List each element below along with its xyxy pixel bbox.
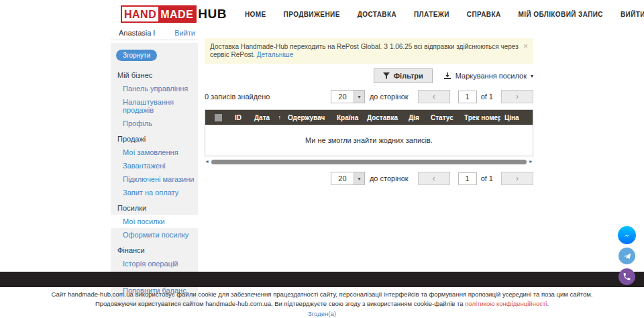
logout-link[interactable]: Вийти [174, 29, 195, 37]
sidebar-item-connected-shops[interactable]: Підключені магазини [111, 172, 198, 186]
top-header: HANDMADE HUB HOME ПРОДВИЖЕНИЕ ДОСТАВКА П… [0, 0, 644, 28]
next-page-button[interactable]: › [501, 90, 533, 103]
banner-details-link[interactable]: Детальніше [257, 51, 293, 58]
main-nav: HOME ПРОДВИЖЕНИЕ ДОСТАВКА ПЛАТЕЖИ СПРАВК… [245, 0, 644, 28]
prev-page-button[interactable]: ‹ [418, 90, 450, 103]
col-track-number[interactable]: Трек номер [460, 114, 500, 121]
sidebar-panel: Згорнути Мій бізнес Панель управління На… [111, 43, 198, 307]
sidebar-section-parcels: Посилки [111, 199, 198, 215]
filters-button[interactable]: Фільтри [374, 68, 433, 83]
scrollbar-thumb[interactable] [211, 160, 527, 164]
close-icon[interactable]: × [523, 42, 528, 51]
scroll-right-icon[interactable]: ► [529, 159, 533, 164]
pagination-bottom: 20 ▼ до сторінок ‹ of 1 › [331, 172, 533, 185]
sidebar-item-payment-request[interactable]: Запит на оплату [111, 186, 198, 199]
per-page-label: до сторінок [370, 174, 409, 182]
collapse-button[interactable]: Згорнути [116, 50, 157, 61]
select-all-cell [205, 114, 231, 121]
col-status[interactable]: Статус [427, 114, 460, 121]
nav-promotion[interactable]: ПРОДВИЖЕНИЕ [284, 11, 340, 18]
select-all-checkbox[interactable] [215, 114, 222, 121]
footer: Сайт handmade-hub.com.ua використовує фа… [0, 290, 644, 318]
download-icon [443, 72, 451, 80]
records-row: 0 записів знайдено 20 ▼ до сторінок ‹ of… [205, 89, 533, 104]
messenger-icon[interactable] [618, 226, 636, 244]
nav-help[interactable]: СПРАВКА [467, 11, 501, 18]
sidebar-section-sales: Продажі [111, 130, 198, 146]
sidebar-item-dashboard[interactable]: Панель управління [111, 82, 198, 95]
floating-social-icons [618, 226, 637, 285]
col-action[interactable]: Дія [405, 114, 427, 121]
per-page-caret-button[interactable]: ▼ [354, 90, 365, 103]
viber-icon[interactable] [619, 268, 635, 285]
nav-delivery[interactable]: ДОСТАВКА [358, 11, 396, 18]
agree-link-1[interactable]: Згоден(а) [0, 309, 644, 318]
per-page-value[interactable]: 20 [331, 172, 354, 185]
sidebar-item-uploaded[interactable]: Завантажені [111, 159, 198, 172]
table-header-row: ID Дата ↑ Одержувач Країна Доставка Дія … [205, 110, 533, 125]
prev-page-button[interactable]: ‹ [418, 172, 450, 185]
footer-black-bar [0, 272, 644, 287]
telegram-icon[interactable] [619, 248, 635, 264]
sidebar-section-my-business: Мій бізнес [111, 66, 198, 82]
filters-button-label: Фільтри [394, 72, 423, 80]
next-page-button[interactable]: › [501, 172, 533, 185]
page: HANDMADE HUB HOME ПРОДВИЖЕНИЕ ДОСТАВКА П… [0, 0, 644, 318]
col-id[interactable]: ID [231, 114, 250, 121]
page-number-input[interactable] [458, 91, 477, 103]
sidebar: Anastasia I Вийти Згорнути Мій бізнес Па… [111, 27, 198, 307]
cookie-line1: Сайт handmade-hub.com.ua використовує фа… [0, 290, 644, 299]
per-page-caret-button[interactable]: ▼ [354, 172, 365, 185]
col-country[interactable]: Країна [333, 114, 363, 121]
sidebar-item-sales-settings[interactable]: Налаштування продажів [111, 95, 198, 117]
sidebar-item-operations-history[interactable]: Історія операцій [111, 257, 198, 270]
parcels-table: ID Дата ↑ Одержувач Країна Доставка Дія … [205, 109, 533, 156]
bottom-pager-row: 20 ▼ до сторінок ‹ of 1 › [205, 172, 533, 185]
scroll-left-icon[interactable]: ◄ [205, 159, 209, 164]
parcel-marking-menu[interactable]: Маркування посилок ▾ [443, 72, 533, 80]
logo-made: MADE [158, 7, 195, 21]
sidebar-item-create-parcel[interactable]: Оформити посилку [111, 228, 198, 242]
records-found-label: 0 записів знайдено [205, 93, 270, 101]
chevron-down-icon: ▾ [531, 73, 533, 79]
table-empty-state: Ми не змогли знайти жодних записів. [205, 125, 533, 156]
parcel-marking-label: Маркування посилок [455, 72, 527, 80]
sort-asc-icon[interactable]: ↑ [278, 114, 282, 121]
col-recipient[interactable]: Одержувач [284, 114, 333, 121]
pagination-top: 20 ▼ до сторінок ‹ of 1 › [331, 90, 533, 103]
filter-funnel-icon [383, 72, 390, 79]
sidebar-item-profile[interactable]: Профіль [111, 117, 198, 130]
sidebar-item-my-parcels[interactable]: Мої посилки [111, 215, 198, 228]
nav-my-account[interactable]: МІЙ ОБЛІКОВИЙ ЗАПИС [519, 11, 603, 18]
privacy-policy-link[interactable]: політикою конфіденційності [465, 300, 547, 307]
sidebar-item-my-orders[interactable]: Мої замовлення [111, 146, 198, 159]
logo-hub: HUB [198, 7, 227, 21]
col-date[interactable]: Дата ↑ [250, 114, 284, 121]
nav-home[interactable]: HOME [245, 11, 266, 18]
horizontal-scrollbar: ◄ ► [205, 159, 533, 164]
cookie-line2-suffix: . [547, 300, 549, 307]
logo-hand: HAND [122, 7, 158, 21]
page-of-label: of 1 [481, 174, 493, 182]
page-of-label: of 1 [481, 93, 493, 101]
page-number-input[interactable] [458, 172, 477, 185]
nav-payments[interactable]: ПЛАТЕЖИ [414, 11, 449, 18]
per-page-value[interactable]: 20 [331, 90, 354, 103]
col-date-label: Дата [254, 114, 270, 121]
cookie-line2: Продовжуючи користуватися сайтом handmad… [0, 299, 644, 309]
notification-banner: Доставка Handmade-Hub переходить на RePo… [205, 38, 533, 64]
logo[interactable]: HANDMADE HUB [121, 5, 227, 23]
toolbar: Фільтри Маркування посилок ▾ [205, 67, 533, 85]
per-page-label: до сторінок [370, 93, 409, 101]
user-row: Anastasia I Вийти [111, 27, 198, 40]
sidebar-section-finance: Фінанси [111, 242, 198, 257]
cookie-line2-prefix: Продовжуючи користуватися сайтом handmad… [95, 300, 465, 307]
col-price[interactable]: Ціна [500, 114, 533, 121]
nav-logout[interactable]: ВИЙТИ [621, 11, 644, 18]
main-content: Доставка Handmade-Hub переходить на RePo… [205, 38, 533, 185]
logo-box: HANDMADE [121, 5, 197, 23]
col-delivery[interactable]: Доставка [363, 114, 405, 121]
scrollbar-track[interactable] [211, 160, 527, 164]
user-name: Anastasia I [119, 29, 155, 37]
